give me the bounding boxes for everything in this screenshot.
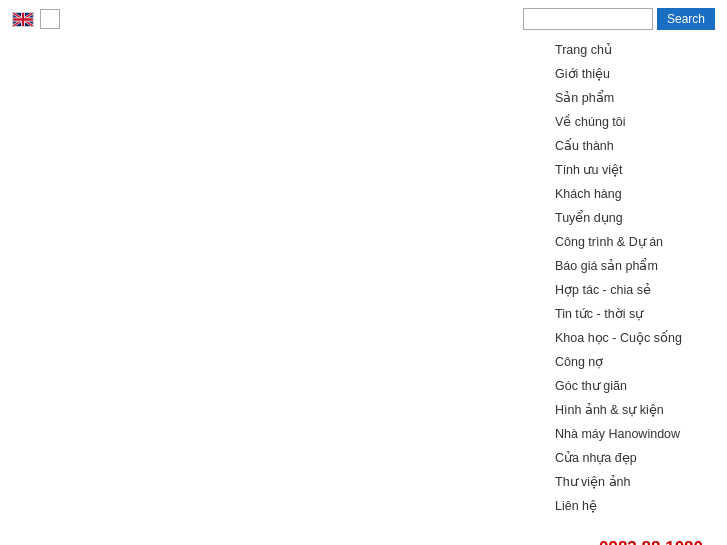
nav-item-5[interactable]: Tính ưu việt [555, 158, 715, 182]
nav-item-19[interactable]: Liên hệ [555, 494, 715, 518]
content-area: Trang chủGiới thiệuSản phẩmVề chúng tôiC… [0, 38, 727, 518]
nav-item-10[interactable]: Hợp tác - chia sẻ [555, 278, 715, 302]
left-nav [12, 38, 87, 518]
nav-item-0[interactable]: Trang chủ [555, 38, 715, 62]
nav-item-15[interactable]: Hình ảnh & sự kiện [555, 398, 715, 422]
main-container: Search Trang chủGiới thiệuSản phẩmVề chú… [0, 0, 727, 545]
search-input[interactable] [523, 8, 653, 30]
nav-item-4[interactable]: Cấu thành [555, 134, 715, 158]
nav-item-13[interactable]: Công nợ [555, 350, 715, 374]
nav-item-3[interactable]: Về chúng tôi [555, 110, 715, 134]
nav-item-16[interactable]: Nhà máy Hanowindow [555, 422, 715, 446]
uk-flag-icon[interactable] [12, 12, 34, 27]
nav-item-17[interactable]: Cửa nhựa đẹp [555, 446, 715, 470]
lang-section [12, 9, 60, 29]
center-area [87, 38, 555, 518]
nav-item-12[interactable]: Khoa học - Cuộc sống [555, 326, 715, 350]
nav-item-11[interactable]: Tin tức - thời sự [555, 302, 715, 326]
phone-section: 0982 88 1080 * Báo giá : 0982 55 2080 [555, 518, 715, 545]
nav-item-7[interactable]: Tuyển dụng [555, 206, 715, 230]
nav-item-14[interactable]: Góc thư giãn [555, 374, 715, 398]
bottom-area: 0982 88 1080 * Báo giá : 0982 55 2080 [0, 518, 727, 545]
top-bar: Search [0, 0, 727, 38]
nav-item-2[interactable]: Sản phẩm [555, 86, 715, 110]
search-section: Search [523, 8, 715, 30]
nav-item-1[interactable]: Giới thiệu [555, 62, 715, 86]
nav-item-9[interactable]: Báo giá sản phẩm [555, 254, 715, 278]
right-nav: Trang chủGiới thiệuSản phẩmVề chúng tôiC… [555, 38, 715, 518]
nav-item-18[interactable]: Thư viện ảnh [555, 470, 715, 494]
phone-number: 0982 88 1080 [555, 538, 703, 545]
nav-item-8[interactable]: Công trình & Dự án [555, 230, 715, 254]
nav-item-6[interactable]: Khách hàng [555, 182, 715, 206]
right-bottom: 0982 88 1080 * Báo giá : 0982 55 2080 [555, 518, 715, 545]
search-button[interactable]: Search [657, 8, 715, 30]
square-flag-icon[interactable] [40, 9, 60, 29]
